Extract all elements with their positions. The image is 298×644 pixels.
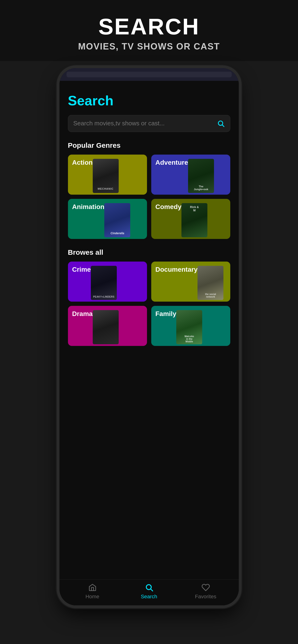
nav-item-favorites[interactable]: Favorites bbox=[190, 583, 221, 600]
svg-line-1 bbox=[222, 125, 224, 126]
favorites-icon bbox=[201, 583, 210, 592]
bottom-nav: Home Search Favorites bbox=[59, 580, 239, 605]
search-submit-icon[interactable] bbox=[217, 120, 225, 128]
popular-genres-grid: Action Adventure Animation Comedy bbox=[68, 154, 230, 239]
genre-label-animation: Animation bbox=[72, 203, 104, 211]
status-bar bbox=[59, 68, 239, 81]
browse-all-label: Browes all bbox=[68, 248, 230, 256]
banner-title: SEARCH bbox=[5, 14, 293, 39]
banner-subtitle: MOVIES, TV SHOWS OR CAST bbox=[5, 42, 293, 52]
genre-art-comedy bbox=[182, 203, 207, 237]
genre-card-adventure[interactable]: Adventure bbox=[151, 154, 230, 195]
page-title: Search bbox=[68, 92, 230, 108]
search-nav-icon bbox=[144, 583, 154, 592]
genre-label-family: Family bbox=[156, 310, 177, 318]
genre-card-action[interactable]: Action bbox=[68, 154, 147, 195]
nav-label-search: Search bbox=[141, 594, 157, 600]
genre-card-family[interactable]: Family bbox=[151, 306, 230, 346]
genre-card-comedy[interactable]: Comedy bbox=[151, 199, 230, 239]
nav-item-home[interactable]: Home bbox=[77, 583, 108, 600]
genre-card-documentary[interactable]: Documentary bbox=[151, 262, 230, 302]
genre-art-documentary bbox=[198, 266, 223, 300]
search-input[interactable] bbox=[73, 120, 217, 127]
browse-all-grid: Crime Documentary Drama Family bbox=[68, 262, 230, 346]
genre-card-crime[interactable]: Crime bbox=[68, 262, 147, 302]
search-icon bbox=[217, 120, 225, 127]
genre-art-crime bbox=[91, 266, 117, 300]
home-icon bbox=[88, 583, 97, 592]
genre-label-comedy: Comedy bbox=[156, 203, 182, 211]
genre-art-action bbox=[93, 159, 119, 193]
genre-card-animation[interactable]: Animation bbox=[68, 199, 147, 239]
status-bar-content bbox=[67, 72, 232, 77]
genre-art-drama bbox=[93, 310, 119, 344]
phone-content: Search Popular Genres Action Adventure bbox=[59, 81, 239, 605]
nav-label-home: Home bbox=[85, 594, 99, 600]
phone-frame: Search Popular Genres Action Adventure bbox=[59, 68, 239, 605]
genre-label-action: Action bbox=[72, 159, 93, 166]
genre-label-adventure: Adventure bbox=[156, 159, 188, 166]
top-banner: SEARCH MOVIES, TV SHOWS OR CAST bbox=[0, 0, 298, 61]
genre-art-adventure bbox=[188, 159, 214, 193]
genre-card-drama[interactable]: Drama bbox=[68, 306, 147, 346]
genre-art-family bbox=[176, 310, 202, 344]
nav-item-search[interactable]: Search bbox=[134, 583, 165, 600]
nav-label-favorites: Favorites bbox=[195, 594, 216, 600]
popular-genres-label: Popular Genres bbox=[68, 142, 230, 150]
genre-art-animation bbox=[104, 203, 130, 237]
genre-label-crime: Crime bbox=[72, 266, 91, 273]
genre-label-documentary: Documentary bbox=[156, 266, 198, 273]
svg-line-3 bbox=[151, 589, 153, 591]
genre-label-drama: Drama bbox=[72, 310, 93, 318]
search-bar[interactable] bbox=[68, 115, 230, 132]
